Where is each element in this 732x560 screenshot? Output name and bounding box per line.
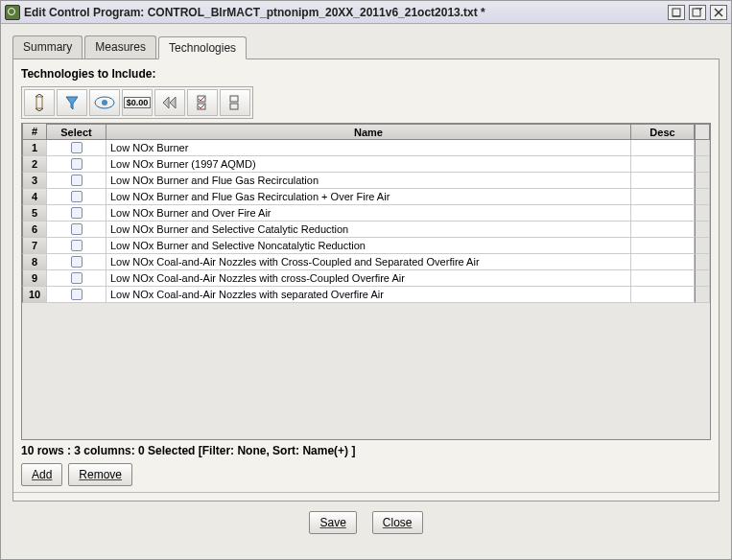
tab-summary[interactable]: Summary [12, 35, 83, 58]
row-number: 9 [22, 270, 47, 287]
row-select-cell[interactable] [47, 156, 106, 173]
row-filler [695, 156, 710, 173]
checkbox-icon[interactable] [71, 142, 83, 153]
col-select[interactable]: Select [47, 124, 106, 140]
row-select-cell[interactable] [47, 222, 106, 238]
tab-measures[interactable]: Measures [84, 35, 156, 58]
row-name-cell[interactable]: Low NOx Burner (1997 AQMD) [106, 156, 631, 173]
table-row[interactable]: 1Low NOx Burner [22, 140, 710, 156]
row-desc-cell[interactable] [631, 205, 695, 222]
table-row[interactable]: 3Low NOx Burner and Flue Gas Recirculati… [22, 173, 710, 189]
table-row[interactable]: 9Low NOx Coal-and-Air Nozzles with cross… [22, 270, 710, 287]
tab-content-technologies: Technologies to Include: $0.00 [12, 59, 720, 502]
remove-button[interactable]: Remove [68, 463, 132, 486]
row-name-cell[interactable]: Low NOx Burner and Selective Catalytic R… [106, 222, 631, 238]
table-header: # Select Name Desc [22, 124, 710, 140]
row-name-cell[interactable]: Low NOx Coal-and-Air Nozzles with separa… [106, 287, 631, 303]
table-row[interactable]: 4Low NOx Burner and Flue Gas Recirculati… [22, 189, 710, 205]
table-row[interactable]: 10Low NOx Coal-and-Air Nozzles with sepa… [22, 287, 710, 303]
save-label: Save [319, 516, 345, 529]
select-all-button[interactable] [187, 89, 218, 116]
checkbox-icon[interactable] [71, 240, 83, 251]
table-row[interactable]: 2Low NOx Burner (1997 AQMD) [22, 156, 710, 173]
row-select-cell[interactable] [47, 254, 106, 270]
save-button[interactable]: Save [309, 511, 356, 534]
row-filler [695, 222, 710, 238]
row-desc-cell[interactable] [631, 156, 695, 173]
row-desc-cell[interactable] [631, 287, 695, 303]
row-desc-cell[interactable] [631, 173, 695, 189]
maximize-button[interactable] [689, 5, 706, 20]
checkbox-icon[interactable] [71, 191, 83, 202]
checkbox-icon[interactable] [71, 207, 83, 219]
deselect-all-icon [228, 94, 242, 111]
row-name-cell[interactable]: Low NOx Coal-and-Air Nozzles with cross-… [106, 270, 631, 287]
checkbox-icon[interactable] [71, 272, 83, 284]
window-controls [668, 5, 727, 20]
row-name-cell[interactable]: Low NOx Burner and Over Fire Air [106, 205, 631, 222]
reset-button[interactable] [154, 89, 185, 116]
row-number: 10 [22, 287, 47, 303]
row-name-cell[interactable]: Low NOx Burner and Flue Gas Recirculatio… [106, 189, 631, 205]
row-desc-cell[interactable] [631, 222, 695, 238]
checkbox-icon[interactable] [71, 256, 83, 268]
deselect-all-button[interactable] [220, 89, 250, 116]
table-empty-area [22, 303, 710, 439]
row-name-cell[interactable]: Low NOx Burner and Flue Gas Recirculatio… [106, 173, 631, 189]
row-desc-cell[interactable] [631, 270, 695, 287]
checkbox-icon[interactable] [71, 289, 83, 300]
row-select-cell[interactable] [47, 205, 106, 222]
table-row[interactable]: 5Low NOx Burner and Over Fire Air [22, 205, 710, 222]
minimize-button[interactable] [668, 5, 685, 20]
filter-icon [63, 94, 81, 111]
row-desc-cell[interactable] [631, 254, 695, 270]
tab-technologies[interactable]: Technologies [158, 36, 247, 59]
row-filler [695, 189, 710, 205]
col-rownum[interactable]: # [22, 124, 47, 140]
table-row[interactable]: 7Low NOx Burner and Selective Noncatalyt… [22, 238, 710, 254]
window-title: Edit Control Program: CONTROL_BlrMACT_pt… [24, 6, 668, 19]
remove-label: Remove [79, 468, 122, 481]
add-button[interactable]: Add [21, 463, 62, 486]
row-number: 3 [22, 173, 47, 189]
checkbox-icon[interactable] [71, 223, 83, 235]
table-toolbar: $0.00 [21, 86, 253, 119]
svg-rect-11 [230, 104, 238, 109]
row-filler [695, 205, 710, 222]
rewind-icon [161, 95, 178, 110]
sort-icon [31, 94, 48, 111]
svg-rect-10 [230, 96, 238, 102]
row-select-cell[interactable] [47, 287, 106, 303]
format-button[interactable]: $0.00 [122, 89, 153, 116]
row-name-cell[interactable]: Low NOx Burner [106, 140, 631, 156]
content-area: Summary Measures Technologies Technologi… [1, 24, 731, 559]
row-name-cell[interactable]: Low NOx Burner and Selective Noncatalyti… [106, 238, 631, 254]
sort-button[interactable] [24, 89, 55, 116]
section-label: Technologies to Include: [21, 67, 711, 81]
checkbox-icon[interactable] [71, 158, 83, 170]
table-row[interactable]: 8Low NOx Coal-and-Air Nozzles with Cross… [22, 254, 710, 270]
col-name[interactable]: Name [106, 124, 631, 140]
view-button[interactable] [89, 89, 120, 116]
row-select-cell[interactable] [47, 189, 106, 205]
checkbox-icon[interactable] [71, 175, 83, 186]
svg-rect-9 [198, 104, 205, 109]
row-filler [695, 270, 710, 287]
col-desc[interactable]: Desc [631, 124, 695, 140]
row-desc-cell[interactable] [631, 238, 695, 254]
select-all-icon [196, 94, 209, 111]
row-desc-cell[interactable] [631, 140, 695, 156]
row-desc-cell[interactable] [631, 189, 695, 205]
row-name-cell[interactable]: Low NOx Coal-and-Air Nozzles with Cross-… [106, 254, 631, 270]
row-select-cell[interactable] [47, 238, 106, 254]
close-button[interactable] [710, 5, 727, 20]
row-select-cell[interactable] [47, 173, 106, 189]
row-select-cell[interactable] [47, 270, 106, 287]
table-row[interactable]: 6Low NOx Burner and Selective Catalytic … [22, 222, 710, 238]
filter-button[interactable] [57, 89, 87, 116]
svg-rect-8 [198, 96, 205, 102]
close-window-button[interactable]: Close [372, 511, 423, 534]
row-number: 7 [22, 238, 47, 254]
row-number: 8 [22, 254, 47, 270]
row-select-cell[interactable] [47, 140, 106, 156]
